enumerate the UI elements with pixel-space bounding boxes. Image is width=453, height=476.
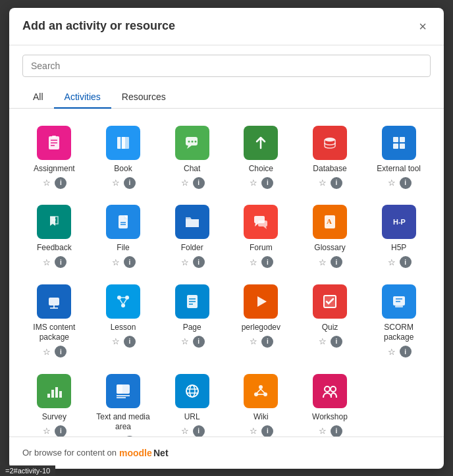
svg-rect-14 — [393, 137, 398, 142]
activity-item-quiz[interactable]: Quiz ☆ i — [298, 278, 362, 362]
info-button-perlegodev[interactable]: i — [261, 336, 273, 348]
activity-name-database: Database — [313, 164, 346, 174]
star-button-quiz[interactable]: ☆ — [317, 335, 328, 348]
activity-item-ims[interactable]: IMS content package ☆ i — [22, 278, 86, 362]
info-button-book[interactable]: i — [124, 177, 136, 189]
info-button-forum[interactable]: i — [261, 256, 273, 268]
activity-icon-feedback — [37, 205, 71, 239]
star-button-perlegodev[interactable]: ☆ — [248, 335, 259, 348]
moodlenet-link[interactable]: moodle Net — [119, 446, 178, 460]
star-button-survey[interactable]: ☆ — [41, 425, 52, 436]
star-button-choice[interactable]: ☆ — [248, 176, 259, 189]
modal-footer: Or browse for content on moodle Net — [9, 436, 444, 469]
star-button-book[interactable]: ☆ — [111, 176, 121, 189]
activity-actions-choice: ☆ i — [248, 176, 273, 189]
star-button-database[interactable]: ☆ — [317, 176, 328, 189]
star-button-lesson[interactable]: ☆ — [111, 335, 121, 348]
info-button-database[interactable]: i — [331, 177, 342, 189]
activity-item-external-tool[interactable]: External tool ☆ i — [367, 119, 431, 194]
status-text: =2#activity-10 — [5, 467, 50, 475]
svg-line-38 — [124, 300, 126, 304]
svg-rect-52 — [55, 387, 58, 398]
activity-item-file[interactable]: File ☆ i — [92, 198, 155, 273]
star-button-assignment[interactable]: ☆ — [41, 176, 52, 189]
svg-point-10 — [188, 140, 190, 142]
tab-resources[interactable]: Resources — [111, 86, 176, 109]
activity-icon-workshop — [313, 374, 347, 408]
star-button-external-tool[interactable]: ☆ — [386, 176, 397, 189]
activity-item-database[interactable]: Database ☆ i — [298, 119, 362, 194]
star-button-wiki[interactable]: ☆ — [248, 425, 259, 436]
activity-item-wiki[interactable]: Wiki ☆ i — [229, 367, 293, 436]
activity-actions-survey: ☆ i — [41, 425, 67, 436]
activity-item-lesson[interactable]: Lesson ☆ i — [92, 278, 155, 362]
info-button-quiz[interactable]: i — [331, 336, 342, 348]
activity-actions-forum: ☆ i — [248, 256, 273, 269]
info-button-choice[interactable]: i — [261, 177, 273, 189]
activity-actions-ims: ☆ i — [41, 346, 67, 358]
info-button-h5p[interactable]: i — [400, 256, 412, 268]
info-button-glossary[interactable]: i — [331, 256, 342, 268]
svg-point-62 — [259, 385, 263, 389]
info-button-survey[interactable]: i — [55, 425, 67, 436]
activity-name-wiki: Wiki — [253, 412, 269, 423]
info-button-chat[interactable]: i — [193, 177, 205, 189]
activity-item-workshop[interactable]: Workshop ☆ i — [298, 367, 362, 436]
activity-actions-scorm: ☆ i — [386, 346, 412, 358]
activity-item-choice[interactable]: Choice ☆ i — [229, 119, 293, 194]
star-button-glossary[interactable]: ☆ — [317, 256, 328, 269]
activity-name-ims: IMS content package — [25, 323, 84, 343]
info-button-assignment[interactable]: i — [55, 177, 67, 189]
activity-actions-glossary: ☆ i — [317, 256, 342, 269]
star-button-page[interactable]: ☆ — [180, 335, 190, 348]
info-button-scorm[interactable]: i — [400, 346, 412, 357]
activity-name-forum: Forum — [250, 243, 273, 253]
activity-item-chat[interactable]: Chat ☆ i — [160, 119, 224, 194]
info-button-file[interactable]: i — [124, 256, 136, 268]
activity-item-survey[interactable]: Survey ☆ i — [22, 367, 86, 436]
star-button-folder[interactable]: ☆ — [180, 256, 190, 269]
activity-actions-url: ☆ i — [180, 425, 205, 436]
star-button-forum[interactable]: ☆ — [248, 256, 259, 269]
activity-item-book[interactable]: Book ☆ i — [92, 119, 155, 194]
star-button-url[interactable]: ☆ — [180, 425, 190, 436]
info-button-wiki[interactable]: i — [261, 425, 273, 436]
activity-actions-wiki: ☆ i — [248, 425, 273, 436]
footer-prefix: Or browse for content on — [22, 448, 117, 458]
info-button-page[interactable]: i — [193, 336, 205, 348]
tab-all[interactable]: All — [22, 86, 54, 109]
info-button-external-tool[interactable]: i — [400, 177, 412, 189]
star-button-h5p[interactable]: ☆ — [386, 256, 397, 269]
info-button-feedback[interactable]: i — [55, 256, 67, 268]
activity-name-workshop: Workshop — [312, 412, 348, 423]
activity-item-url[interactable]: URL ☆ i — [160, 367, 224, 436]
info-button-lesson[interactable]: i — [124, 336, 136, 348]
activity-item-page[interactable]: Page ☆ i — [160, 278, 224, 362]
info-button-folder[interactable]: i — [193, 256, 205, 268]
star-button-workshop[interactable]: ☆ — [317, 425, 328, 436]
svg-point-11 — [191, 140, 193, 142]
activity-item-glossary[interactable]: A Glossary ☆ i — [298, 198, 362, 273]
star-button-chat[interactable]: ☆ — [180, 176, 190, 189]
activity-item-scorm[interactable]: SCORM package ☆ i — [367, 278, 431, 362]
activity-item-feedback[interactable]: Feedback ☆ i — [22, 198, 86, 273]
svg-text:Net: Net — [153, 448, 169, 458]
star-button-scorm[interactable]: ☆ — [386, 346, 397, 358]
star-button-feedback[interactable]: ☆ — [41, 256, 52, 269]
activity-item-forum[interactable]: Forum ☆ i — [229, 198, 293, 273]
info-button-ims[interactable]: i — [55, 346, 67, 357]
svg-marker-26 — [263, 226, 267, 229]
star-button-ims[interactable]: ☆ — [41, 346, 52, 358]
activity-item-h5p[interactable]: H-P H5P ☆ i — [367, 198, 431, 273]
star-button-file[interactable]: ☆ — [111, 256, 121, 269]
activity-item-perlegodev[interactable]: perlegodev ☆ i — [229, 278, 293, 362]
activity-item-folder[interactable]: Folder ☆ i — [160, 198, 224, 273]
close-button[interactable]: × — [415, 18, 431, 34]
svg-rect-53 — [59, 391, 62, 398]
search-input[interactable] — [22, 55, 431, 77]
activity-item-assignment[interactable]: Assignment ☆ i — [22, 119, 86, 194]
activity-item-text-media[interactable]: Text and media area ☆ i — [92, 367, 155, 436]
info-button-url[interactable]: i — [193, 425, 205, 436]
info-button-workshop[interactable]: i — [331, 425, 342, 436]
tab-activities[interactable]: Activities — [54, 86, 111, 109]
